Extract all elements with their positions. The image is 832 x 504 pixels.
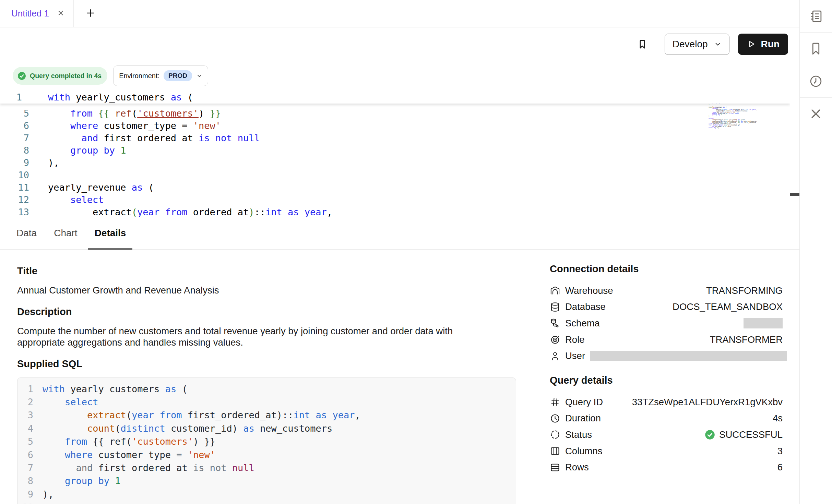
connection-row-user: User [550, 348, 783, 364]
ide-window: Untitled 1 Develop Run [0, 0, 832, 504]
connection-row-schema: Schema [550, 315, 783, 332]
database-icon [550, 302, 560, 312]
results-tabbar: Data Chart Details [0, 217, 799, 250]
columns-value: 3 [777, 446, 783, 457]
editor-scrollbar[interactable] [790, 91, 799, 217]
query-row-status: Status SUCCESSFUL [550, 427, 783, 443]
details-panel: Title Annual Customer Growth and Revenue… [0, 250, 799, 504]
schema-icon [550, 318, 560, 328]
bookmark-icon [637, 38, 647, 50]
run-label: Run [761, 39, 780, 50]
description-heading: Description [17, 306, 533, 317]
details-right-column: Connection details Warehouse TRANSFORMIN… [533, 250, 799, 504]
connection-row-warehouse: Warehouse TRANSFORMING [550, 283, 783, 299]
main-column: Untitled 1 Develop Run [0, 0, 799, 504]
query-description: Compute the number of new customers and … [17, 325, 501, 348]
query-id-value: 33TZseWpe1ALFDUYerxR1gVKxbv [632, 397, 783, 408]
query-details-heading: Query details [550, 375, 783, 386]
loader-circle-icon [550, 429, 560, 440]
sql-editor[interactable]: 5 from {{ ref('customers') }}6 where cus… [0, 91, 799, 217]
warehouse-value: TRANSFORMING [706, 285, 783, 296]
query-row-rows: Rows 6 [550, 459, 783, 476]
schema-value-redacted [744, 318, 783, 328]
close-tab-icon[interactable] [57, 9, 65, 19]
right-rail [799, 0, 832, 504]
play-icon [747, 39, 756, 49]
tab-data[interactable]: Data [10, 217, 43, 249]
tab-details[interactable]: Details [88, 217, 133, 249]
query-status-pill: Query completed in 4s [13, 67, 107, 85]
connection-row-database: Database DOCS_TEAM_SANDBOX [550, 299, 783, 315]
copilot-sparkle-icon [809, 107, 823, 121]
environment-selector[interactable]: Environment: PROD [113, 65, 208, 86]
plus-icon [85, 8, 96, 20]
chevron-down-icon [196, 73, 203, 79]
new-tab-button[interactable] [84, 7, 97, 21]
query-status-text: Query completed in 4s [30, 72, 102, 80]
clock-icon [550, 413, 560, 424]
columns-icon [550, 446, 560, 456]
supplied-sql-block: 1with yearly_customers as (2 select3 ext… [17, 377, 516, 504]
editor-toolbar: Develop Run [0, 27, 799, 61]
copilot-panel-button[interactable] [800, 98, 832, 130]
tab-title: Untitled 1 [11, 8, 49, 19]
notebook-icon [809, 9, 823, 23]
title-heading: Title [17, 265, 533, 277]
rows-value: 6 [777, 462, 783, 473]
bookmark-button[interactable] [637, 38, 647, 50]
query-row-columns: Columns 3 [550, 443, 783, 459]
develop-dropdown[interactable]: Develop [665, 34, 729, 55]
editor-lines[interactable]: 5 from {{ ref('customers') }}6 where cus… [0, 107, 332, 217]
query-title: Annual Customer Growth and Revenue Analy… [17, 285, 501, 296]
rows-icon [550, 462, 560, 473]
editor-scrollbar-thumb[interactable] [790, 193, 799, 196]
query-row-id: Query ID 33TZseWpe1ALFDUYerxR1gVKxbv [550, 394, 783, 410]
check-circle-icon [17, 72, 26, 80]
run-button[interactable]: Run [738, 34, 788, 55]
user-value-redacted [590, 351, 787, 361]
success-check-icon [705, 430, 715, 440]
tab-untitled-1[interactable]: Untitled 1 [0, 0, 74, 27]
database-value: DOCS_TEAM_SANDBOX [673, 301, 783, 312]
role-value: TRANSFORMER [710, 334, 783, 345]
file-tabbar: Untitled 1 [0, 0, 799, 27]
tab-chart[interactable]: Chart [47, 217, 84, 249]
environment-badge: PROD [164, 70, 192, 81]
details-left-column: Title Annual Customer Growth and Revenue… [0, 250, 533, 504]
query-row-duration: Duration 4s [550, 410, 783, 427]
hash-icon [550, 397, 560, 407]
role-target-icon [550, 334, 560, 345]
bookmark-icon [809, 41, 823, 56]
chevron-down-icon [714, 40, 722, 48]
duration-value: 4s [773, 413, 783, 424]
connection-details-heading: Connection details [550, 263, 783, 275]
environment-label: Environment: [119, 72, 159, 80]
warehouse-icon [550, 285, 560, 296]
connection-row-role: Role TRANSFORMER [550, 332, 783, 348]
bookmarks-panel-button[interactable] [800, 33, 832, 65]
notebook-panel-button[interactable] [800, 0, 832, 33]
status-value: SUCCESSFUL [705, 429, 783, 440]
develop-label: Develop [673, 39, 708, 50]
user-icon [550, 351, 560, 361]
history-clock-icon [809, 74, 823, 88]
query-status-row: Query completed in 4s Environment: PROD [0, 61, 799, 91]
editor-sticky-line[interactable]: 1with yearly_customers as ( [0, 91, 790, 104]
history-panel-button[interactable] [800, 65, 832, 98]
supplied-sql-heading: Supplied SQL [17, 358, 533, 370]
